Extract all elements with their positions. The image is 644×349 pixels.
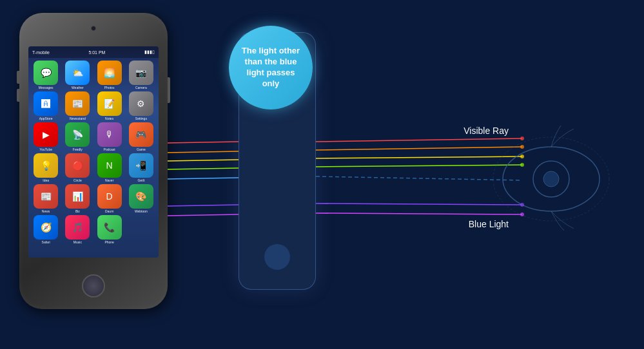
app-label: Settings (135, 117, 147, 120)
app-cell: 🔴Circle (63, 153, 92, 182)
app-cell: 🎨Webtoon (126, 184, 156, 213)
app-icon: 📰 (65, 91, 90, 116)
app-icon: 📷 (129, 61, 153, 85)
app-cell: ▶YouTube (31, 122, 61, 151)
app-cell: 📞Phone (95, 215, 124, 244)
app-cell: ⛅Weather (63, 61, 92, 90)
svg-line-12 (168, 214, 239, 216)
svg-line-2 (168, 151, 239, 153)
label-blue-light: Blue Light (469, 219, 509, 229)
app-icon: 🧭 (34, 215, 58, 240)
app-label: Game (137, 147, 146, 151)
app-label: GetIt (137, 178, 144, 182)
svg-line-11 (316, 203, 522, 205)
app-cell: 🎵Music (63, 215, 92, 244)
svg-point-14 (503, 147, 600, 211)
volume-up (17, 71, 19, 84)
tooltip-text: The light other than the blue light pass… (239, 46, 303, 90)
app-cell: 📰News (31, 184, 61, 213)
app-icon: 🔴 (65, 153, 90, 178)
app-cell: 📡Feedly (63, 122, 92, 151)
svg-line-5 (316, 156, 522, 158)
app-label: News (42, 209, 50, 213)
home-button (82, 274, 105, 297)
app-icon: ⚙ (129, 91, 153, 116)
svg-point-18 (520, 137, 524, 140)
app-icon: 📞 (97, 215, 122, 240)
app-icon: 📡 (65, 122, 90, 147)
side-button (168, 77, 170, 103)
svg-line-7 (316, 165, 522, 167)
app-icon: 📰 (34, 184, 58, 209)
app-label: Photos (104, 86, 115, 90)
app-icon: ⛅ (65, 61, 90, 85)
svg-line-13 (316, 213, 522, 214)
svg-line-9 (316, 176, 522, 180)
app-cell: 📷Camera (126, 61, 156, 90)
app-cell: 💡Idea (31, 153, 61, 182)
app-cell: 🧭Safari (31, 215, 61, 244)
svg-point-16 (543, 171, 559, 187)
app-icon: 💬 (34, 61, 58, 85)
app-cell: 📰Newsstand (63, 91, 92, 120)
app-cell: 🎙Podcast (95, 122, 124, 151)
app-label: Newsstand (70, 117, 86, 120)
app-label: Idea (43, 178, 49, 182)
app-icon: ▶ (34, 122, 58, 147)
svg-point-15 (533, 161, 569, 197)
svg-point-20 (520, 155, 524, 158)
app-label: Messages (39, 86, 54, 90)
app-icon: 💡 (34, 153, 58, 178)
app-cell: NNaver (95, 153, 124, 182)
app-label: Weather (72, 86, 84, 90)
app-icon: 🎮 (129, 122, 153, 147)
svg-line-8 (168, 178, 239, 179)
app-label: YouTube (39, 147, 52, 151)
svg-line-4 (168, 160, 239, 161)
app-label: Notes (105, 117, 113, 120)
app-cell: 🎮Game (126, 122, 156, 151)
app-icon: 🎨 (129, 184, 153, 209)
app-label: Podcast (104, 147, 115, 151)
app-icon: 📝 (97, 91, 122, 116)
app-icon: 📲 (129, 153, 153, 178)
app-label: AppStore (39, 117, 53, 120)
svg-point-22 (520, 203, 524, 207)
phone-body: T-mobile 5:01 PM ▮▮▮▯ 💬Messages⛅Weather🌅… (19, 13, 168, 309)
app-label: Naver (105, 178, 113, 182)
svg-line-10 (168, 205, 239, 206)
time: 5:01 PM (88, 50, 105, 55)
app-label: Music (73, 240, 82, 244)
app-label: Circle (73, 178, 82, 182)
app-icon: 🌅 (97, 61, 122, 85)
app-cell: 🅰AppStore (31, 91, 61, 120)
app-icon: 📊 (65, 184, 90, 209)
app-cell: ⚙Settings (126, 91, 156, 120)
status-bar: T-mobile 5:01 PM ▮▮▮▯ (28, 46, 159, 58)
app-label: Biz (75, 209, 80, 213)
app-label: Safari (42, 240, 50, 244)
svg-point-21 (520, 163, 524, 167)
svg-line-3 (316, 147, 522, 150)
app-label: Webtoon (135, 209, 148, 213)
label-visible-ray: Visible Ray (463, 126, 509, 136)
app-grid: 💬Messages⛅Weather🌅Photos📷Camera🅰AppStore… (28, 58, 159, 247)
app-label: Daum (105, 209, 113, 213)
app-cell: 🌅Photos (95, 61, 124, 90)
tooltip-bubble: The light other than the blue light pass… (229, 26, 313, 109)
app-label: Phone (104, 240, 113, 244)
app-icon: D (97, 184, 122, 209)
app-cell: DDaum (95, 184, 124, 213)
app-cell: 📲GetIt (126, 153, 156, 182)
app-cell: 📊Biz (63, 184, 92, 213)
volume-down (17, 89, 19, 102)
app-icon: 🅰 (34, 91, 58, 116)
svg-line-0 (168, 142, 239, 143)
app-icon: 🎵 (65, 215, 90, 240)
battery: ▮▮▮▯ (144, 50, 155, 55)
app-cell: 💬Messages (31, 61, 61, 90)
phone-screen: T-mobile 5:01 PM ▮▮▮▯ 💬Messages⛅Weather🌅… (28, 46, 159, 258)
app-icon: 🎙 (97, 122, 122, 147)
svg-point-19 (520, 145, 524, 149)
front-camera (91, 26, 96, 31)
